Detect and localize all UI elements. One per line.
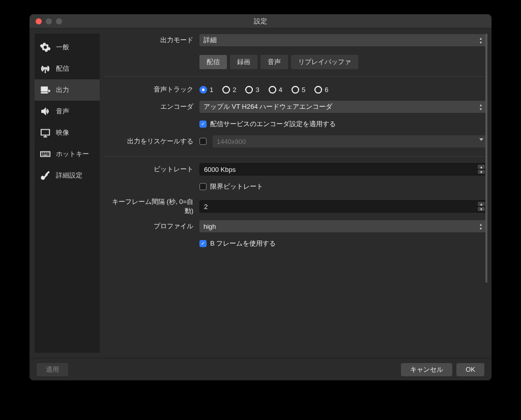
apply-service-checkbox[interactable]: 配信サービスのエンコーダ設定を適用する [199,119,336,129]
window-title: 設定 [30,17,491,26]
tools-icon [40,170,51,181]
audio-track-row: 音声トラック 1 2 3 4 5 6 [105,83,486,96]
sidebar-item-label: 音声 [56,107,69,116]
step-down[interactable]: ▼ [478,170,485,174]
apply-button[interactable]: 適用 [37,363,68,376]
main-area: 一般 配信 出力 音声 [30,28,491,358]
limit-bitrate-row: 限界ビットレート [105,180,486,193]
divider [105,156,486,157]
content-panel: 出力モード 詳細 ▲▼ 配信 録画 音声 [105,34,486,353]
sidebar-item-advanced[interactable]: 詳細設定 [35,165,100,186]
bitrate-row: ビットレート 6000 Kbps ▲▼ [105,163,486,176]
profile-value: high [204,223,216,230]
encoder-select[interactable]: アップル VT H264 ハードウェアエンコーダ ▲▼ [199,101,486,113]
sidebar-item-general[interactable]: 一般 [35,37,100,58]
gear-icon [40,42,51,53]
scroll-thumb[interactable] [485,34,487,283]
limit-bitrate-checkbox[interactable]: 限界ビットレート [199,182,263,191]
limit-bitrate-label: 限界ビットレート [210,182,263,191]
sidebar-item-label: 出力 [56,85,69,95]
output-mode-label: 出力モード [105,36,195,45]
bframes-label: B フレームを使用する [210,239,276,248]
step-up[interactable]: ▲ [478,202,485,206]
output-mode-value: 詳細 [204,36,217,45]
encoder-row: エンコーダ アップル VT H264 ハードウェアエンコーダ ▲▼ [105,100,486,113]
sidebar-item-label: ホットキー [56,149,89,159]
sidebar-item-label: 映像 [56,128,69,137]
sidebar-item-label: 詳細設定 [56,171,82,180]
audio-track-5[interactable]: 5 [292,86,305,94]
chevron-down-icon [479,138,483,141]
encoder-label: エンコーダ [105,102,195,111]
speaker-icon [40,106,51,117]
ok-button[interactable]: OK [456,363,484,376]
bframes-checkbox[interactable]: B フレームを使用する [199,239,276,248]
audio-track-label: 音声トラック [105,85,195,94]
monitor-icon [40,127,51,138]
tab-recording[interactable]: 録画 [230,55,257,69]
sidebar-item-audio[interactable]: 音声 [35,101,100,122]
sidebar-item-stream[interactable]: 配信 [35,58,100,79]
audio-track-3[interactable]: 3 [245,86,259,94]
keyframe-label: キーフレーム間隔 (秒, 0=自動) [105,197,195,216]
bitrate-value: 6000 Kbps [204,166,236,173]
updown-icon: ▲▼ [477,35,484,45]
bframes-row: B フレームを使用する [105,237,486,250]
antenna-icon [40,63,51,74]
profile-select[interactable]: high ▲▼ [199,220,486,232]
divider [105,76,486,77]
sidebar-item-output[interactable]: 出力 [35,79,100,101]
sidebar-item-label: 配信 [56,64,69,73]
audio-track-group: 1 2 3 4 5 6 [199,86,328,94]
rescale-placeholder: 1440x900 [217,138,246,145]
stepper-icon: ▲▼ [478,164,485,174]
tab-streaming[interactable]: 配信 [199,55,227,69]
tab-audio[interactable]: 音声 [260,55,288,69]
keyframe-row: キーフレーム間隔 (秒, 0=自動) 2 ▲▼ [105,197,486,216]
rescale-select: 1440x900 [213,135,486,147]
audio-track-4[interactable]: 4 [269,86,282,94]
rescale-label: 出力をリスケールする [105,137,195,146]
apply-service-row: 配信サービスのエンコーダ設定を適用する [105,117,486,131]
sidebar-item-hotkeys[interactable]: ホットキー [35,143,100,165]
keyframe-input[interactable]: 2 ▲▼ [199,200,486,213]
audio-track-1[interactable]: 1 [199,86,213,94]
profile-label: プロファイル [105,222,195,231]
titlebar: 設定 [30,14,491,28]
footer: 適用 キャンセル OK [30,358,491,380]
profile-row: プロファイル high ▲▼ [105,220,486,233]
window-body: 一般 配信 出力 音声 [30,28,491,380]
step-up[interactable]: ▲ [478,165,485,169]
cancel-button[interactable]: キャンセル [401,363,452,376]
keyframe-value: 2 [204,203,208,211]
scrollbar[interactable] [485,34,487,353]
encoder-value: アップル VT H264 ハードウェアエンコーダ [204,102,332,111]
bitrate-label: ビットレート [105,165,195,174]
output-mode-select[interactable]: 詳細 ▲▼ [199,34,486,46]
sidebar-item-video[interactable]: 映像 [35,122,100,143]
output-mode-row: 出力モード 詳細 ▲▼ [105,34,486,47]
audio-track-6[interactable]: 6 [314,86,328,94]
tab-replay-buffer[interactable]: リプレイバッファ [291,55,358,69]
sidebar: 一般 配信 出力 音声 [35,34,100,353]
rescale-row: 出力をリスケールする 1440x900 [105,135,486,148]
updown-icon: ▲▼ [477,102,484,112]
apply-service-label: 配信サービスのエンコーダ設定を適用する [210,119,336,129]
step-down[interactable]: ▼ [478,207,485,211]
audio-track-2[interactable]: 2 [222,86,236,94]
sidebar-item-label: 一般 [56,43,69,52]
updown-icon: ▲▼ [477,221,484,231]
rescale-checkbox[interactable] [199,138,207,145]
output-icon [40,84,51,96]
keyboard-icon [40,148,51,160]
settings-window: 設定 一般 配信 [30,14,491,380]
bitrate-input[interactable]: 6000 Kbps ▲▼ [199,163,486,175]
stepper-icon: ▲▼ [478,201,485,212]
output-tabs: 配信 録画 音声 リプレイバッファ [199,55,358,69]
